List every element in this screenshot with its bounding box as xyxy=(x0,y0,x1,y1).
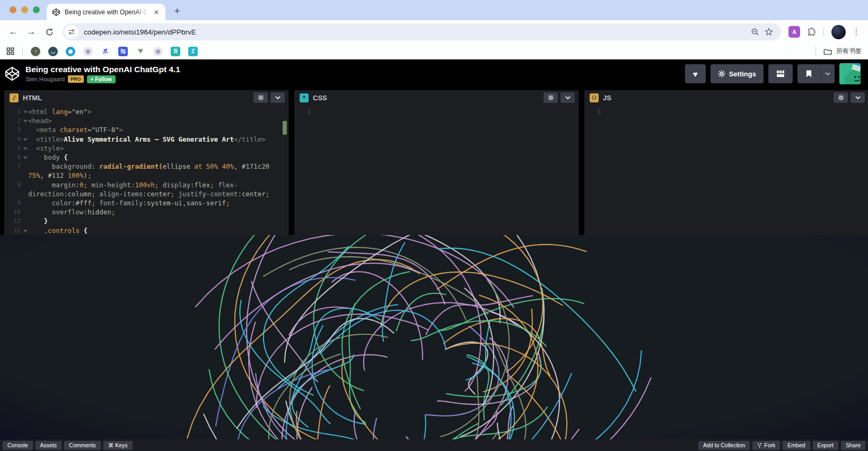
code-line[interactable]: 5 <style> xyxy=(4,144,288,153)
wave-favicon[interactable]: ◡ xyxy=(48,47,58,56)
zhihu-favicon[interactable]: 知 xyxy=(118,47,128,56)
sphere-favicon[interactable]: ◍ xyxy=(83,47,93,56)
keys-button[interactable]: ⌘ Keys xyxy=(103,441,133,450)
browser-tab[interactable]: Being creative with OpenAI Ch × xyxy=(47,4,165,20)
back-button[interactable]: ← xyxy=(5,24,21,40)
art-stroke xyxy=(312,326,366,424)
save-bookmark-button[interactable] xyxy=(797,64,820,83)
chevron-down-icon xyxy=(825,72,830,75)
art-stroke xyxy=(219,235,310,439)
fork-button[interactable]: Fork xyxy=(752,441,780,450)
code-line[interactable]: 12 .controls { xyxy=(4,226,288,235)
css-pane-label: CSS xyxy=(313,94,327,102)
css-collapse-button[interactable] xyxy=(560,92,575,103)
art-stroke xyxy=(410,235,481,391)
art-stroke xyxy=(406,423,478,439)
art-stroke xyxy=(196,235,514,307)
layout-view-icon xyxy=(776,70,785,77)
codepen-logo[interactable] xyxy=(4,66,20,82)
follow-button[interactable]: + Follow xyxy=(87,75,116,83)
address-bar[interactable]: codepen.io/netsi1964/pen/dPPbrvE xyxy=(63,23,781,40)
z-app-favicon[interactable]: Z xyxy=(188,47,198,56)
tab-close-icon[interactable]: × xyxy=(152,7,161,17)
forward-button[interactable]: → xyxy=(23,24,39,40)
js-collapse-button[interactable] xyxy=(851,92,865,103)
code-line[interactable]: 6 body { xyxy=(4,153,288,162)
bookmark-star-icon[interactable] xyxy=(762,25,776,39)
art-stroke xyxy=(354,411,579,439)
art-stroke xyxy=(247,235,336,439)
site-settings-icon[interactable] xyxy=(65,25,78,39)
toolbar-divider xyxy=(823,27,824,37)
art-stroke xyxy=(278,308,380,388)
like-button[interactable]: ♥ xyxy=(685,64,706,83)
preview-iframe[interactable] xyxy=(0,235,868,439)
change-view-button[interactable] xyxy=(768,64,793,83)
tab-strip: Being creative with OpenAI Ch × + xyxy=(0,0,868,20)
preview-art xyxy=(0,235,868,439)
code-line[interactable]: 11 } xyxy=(4,216,288,226)
js-pane-label: JS xyxy=(603,94,611,102)
code-line[interactable]: 1<html lang="en"> xyxy=(4,107,288,116)
editor-scrollbar[interactable] xyxy=(283,121,287,135)
browser-menu-icon[interactable]: ⋮ xyxy=(850,27,863,37)
url-text[interactable]: codepen.io/netsi1964/pen/dPPbrvE xyxy=(84,28,748,36)
signal-favicon[interactable]: ◉ xyxy=(66,47,75,56)
code-line[interactable]: 7 background: radial-gradient(ellipse at… xyxy=(4,162,288,171)
browser-profile-avatar[interactable] xyxy=(831,25,846,39)
code-line[interactable]: 75%, #112 100%); xyxy=(4,171,288,180)
b-app-favicon[interactable]: B xyxy=(171,47,180,56)
apps-grid-icon[interactable] xyxy=(6,47,14,55)
bookmark-dropdown-button[interactable] xyxy=(820,64,835,83)
embed-button[interactable]: Embed xyxy=(783,441,810,450)
settings-button[interactable]: Settings xyxy=(711,64,764,83)
code-line[interactable]: 4 <title>Alive Symmetrical Arms — SVG Ge… xyxy=(4,135,288,144)
bottom-right-buttons: Add to CollectionForkEmbedExportShare xyxy=(698,441,865,450)
js-settings-button[interactable] xyxy=(834,92,848,103)
baidu-favicon[interactable]: 爪 xyxy=(101,47,110,56)
sphere2-favicon[interactable]: ◍ xyxy=(153,47,163,56)
user-avatar[interactable] xyxy=(839,63,861,84)
pen-author[interactable]: Sten Hougaard xyxy=(25,76,65,82)
heart-icon: ♥ xyxy=(693,70,698,79)
translate-extension-icon[interactable]: A xyxy=(788,26,800,38)
reload-button[interactable] xyxy=(41,24,57,40)
code-line[interactable]: 9 color:#fff; font-family:system-ui,sans… xyxy=(4,198,288,207)
export-button[interactable]: Export xyxy=(813,441,838,450)
zoom-out-icon[interactable] xyxy=(748,25,762,39)
cactus-favicon[interactable]: Ψ xyxy=(136,47,145,56)
code-line[interactable]: direction:column; align-items:center; ju… xyxy=(4,189,288,198)
code-line[interactable]: 2<head> xyxy=(4,116,288,125)
art-stroke xyxy=(187,259,419,438)
code-line[interactable]: 3 <meta charset="UTF-8"> xyxy=(4,125,288,134)
chevron-down-icon xyxy=(855,96,861,99)
css-settings-button[interactable] xyxy=(543,92,558,103)
close-window-button[interactable] xyxy=(10,6,16,13)
new-tab-button[interactable]: + xyxy=(170,4,185,19)
minimize-window-button[interactable] xyxy=(21,6,28,13)
bookmarks-bar: ◔◡◉◍爪知Ψ◍BZ 所有书签 xyxy=(0,44,868,59)
html-settings-button[interactable] xyxy=(253,92,268,103)
globe-favicon[interactable]: ◔ xyxy=(31,47,40,56)
css-icon: * xyxy=(300,93,309,102)
all-bookmarks-label[interactable]: 所有书签 xyxy=(836,47,862,56)
css-code-editor[interactable]: 1 xyxy=(294,105,578,235)
bookmarks-right-divider xyxy=(816,47,816,56)
zoom-window-button[interactable] xyxy=(33,6,40,13)
console-button[interactable]: Console xyxy=(3,441,33,450)
share-button[interactable]: Share xyxy=(841,441,865,450)
fork-icon xyxy=(757,443,762,448)
tab-title: Being creative with OpenAI Ch xyxy=(65,8,148,16)
js-code-editor[interactable]: 1 xyxy=(584,105,868,235)
code-line[interactable]: 10 overflow:hidden; xyxy=(4,207,288,216)
extensions-puzzle-icon[interactable] xyxy=(804,25,818,39)
comments-button[interactable]: Comments xyxy=(64,441,101,450)
bottom-left-buttons: ConsoleAssetsComments⌘ Keys xyxy=(3,441,133,450)
code-line[interactable]: 8 margin:0; min-height:100vh; display:fl… xyxy=(4,180,288,189)
assets-button[interactable]: Assets xyxy=(36,441,62,450)
html-collapse-button[interactable] xyxy=(270,92,285,103)
html-code-editor[interactable]: 1<html lang="en">2<head>3 <meta charset=… xyxy=(4,105,288,235)
gear-icon xyxy=(838,94,844,101)
settings-label: Settings xyxy=(729,70,756,78)
add-to-collection-button[interactable]: Add to Collection xyxy=(698,441,750,450)
